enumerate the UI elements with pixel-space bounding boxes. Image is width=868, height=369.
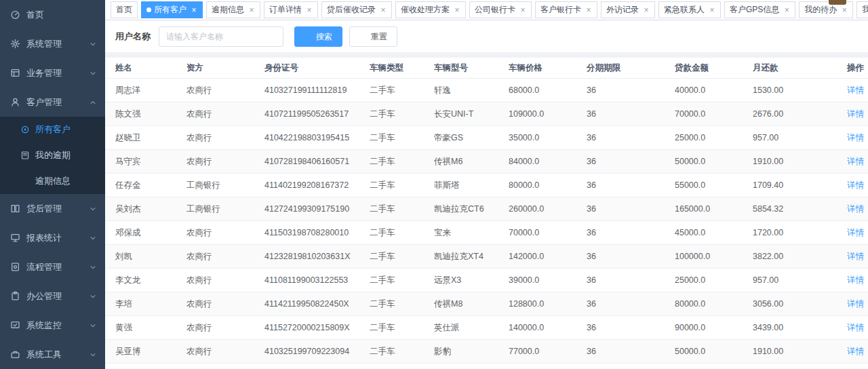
- search-button[interactable]: 搜索: [294, 26, 342, 47]
- tab-外访记录[interactable]: 外访记录×: [601, 1, 655, 18]
- table-row: 李培农商行41142119950822450X二手车传祺M8128800.036…: [105, 292, 868, 316]
- tab-label: 订单详情: [269, 4, 302, 16]
- tab-label: 首页: [116, 4, 132, 16]
- cell-action: 详情: [834, 245, 868, 269]
- detail-link[interactable]: 详情: [847, 204, 864, 214]
- cell-name: 吴刘杰: [105, 197, 186, 221]
- sidebar-item-customer-management[interactable]: 客户管理: [0, 88, 105, 117]
- tab-客户银行卡[interactable]: 客户银行卡×: [535, 1, 597, 18]
- sidebar-item-my-overdue[interactable]: 我的逾期: [0, 142, 105, 168]
- detail-link[interactable]: 详情: [847, 109, 864, 119]
- cell-funder: 农商行: [186, 340, 264, 364]
- sidebar-item-report-statistics[interactable]: 报表统计: [0, 223, 105, 252]
- sidebar-item-post-loan-management[interactable]: 贷后管理: [0, 194, 105, 223]
- cell-monthly_payment: 957.00: [753, 126, 834, 150]
- close-icon[interactable]: ×: [191, 6, 197, 14]
- sidebar-item-system-monitoring[interactable]: 系统监控: [0, 311, 105, 340]
- search-button-label: 搜索: [316, 33, 332, 41]
- detail-link[interactable]: 详情: [847, 299, 864, 309]
- cell-vehicle_type: 二手车: [370, 126, 434, 150]
- detail-link[interactable]: 详情: [847, 252, 864, 261]
- cell-vehicle_price: 70000.0: [509, 221, 587, 245]
- cell-vehicle_model: 帝豪GS: [434, 126, 509, 150]
- close-icon[interactable]: ×: [248, 6, 255, 14]
- detail-link[interactable]: 详情: [847, 323, 864, 332]
- cell-term: 36: [587, 364, 675, 369]
- close-icon[interactable]: ×: [454, 6, 460, 14]
- cell-vehicle_model: 宝来: [434, 221, 509, 245]
- table-header-row: 姓名资方身份证号车辆类型车辆型号车辆价格分期期限贷款金额月还款操作: [105, 58, 868, 79]
- cell-funder: 农商行: [186, 102, 264, 126]
- tab-label: 所有客户: [154, 4, 186, 16]
- sidebar-item-business-management[interactable]: 业务管理: [0, 58, 105, 88]
- cell-id_number: 41232819810203631X: [264, 245, 370, 269]
- sidebar-item-label: 流程管理: [26, 261, 62, 273]
- cell-id_number: 411503198708280010: [264, 221, 370, 245]
- close-icon[interactable]: ×: [585, 6, 592, 14]
- close-icon[interactable]: ×: [519, 6, 526, 14]
- detail-link[interactable]: 详情: [847, 85, 864, 95]
- cell-vehicle_type: 二手车: [370, 150, 434, 174]
- cell-action: 详情: [834, 79, 868, 102]
- sidebar-item-system-tools[interactable]: 系统工具: [0, 340, 105, 369]
- cell-vehicle_price: 142000.0: [509, 245, 587, 269]
- tab-公司银行卡[interactable]: 公司银行卡×: [469, 1, 532, 18]
- tab-催收处理方案[interactable]: 催收处理方案×: [395, 1, 466, 18]
- customer-name-input[interactable]: [159, 26, 283, 47]
- close-icon[interactable]: ×: [783, 6, 790, 14]
- tab-订单详情[interactable]: 订单详情×: [264, 1, 318, 18]
- cell-vehicle_model: 轩逸: [434, 79, 509, 102]
- cell-name: 任存金: [105, 174, 186, 197]
- cell-vehicle_type: 二手车: [370, 269, 434, 292]
- book-icon: [20, 151, 30, 160]
- cell-vehicle_price: 68000.0: [509, 79, 587, 102]
- sidebar-item-all-customers[interactable]: 所有客户: [0, 117, 105, 142]
- detail-link[interactable]: 详情: [847, 228, 864, 237]
- cell-monthly_payment: 1720.00: [753, 221, 834, 245]
- cell-monthly_payment: 2676.00: [753, 102, 834, 126]
- close-icon[interactable]: ×: [380, 6, 387, 14]
- cell-vehicle_price: 109000.0: [509, 102, 587, 126]
- cell-funder: 农商行: [186, 245, 264, 269]
- detail-link[interactable]: 详情: [847, 133, 864, 142]
- reset-button[interactable]: 重置: [349, 26, 397, 47]
- detail-link[interactable]: 详情: [847, 157, 864, 166]
- cell-action: 详情: [834, 126, 868, 150]
- tab-label: 催收处理方案: [401, 4, 450, 16]
- cell-monthly_payment: 1910.00: [753, 150, 834, 174]
- tab-客户GPS信息[interactable]: 客户GPS信息×: [724, 1, 795, 18]
- cell-name: 吴亚博: [105, 340, 186, 364]
- tab-逾期信息[interactable]: 逾期信息×: [206, 1, 260, 18]
- detail-link[interactable]: 详情: [847, 275, 864, 285]
- close-icon[interactable]: ×: [841, 6, 848, 14]
- close-icon[interactable]: ×: [709, 6, 715, 14]
- tab-紧急联系人[interactable]: 紧急联系人×: [658, 1, 721, 18]
- sidebar-item-overdue-info[interactable]: 逾期信息: [0, 168, 105, 194]
- detail-link[interactable]: 详情: [847, 347, 864, 356]
- tab-我的流程[interactable]: 我的流程×: [856, 1, 868, 18]
- cell-name: 邓保成: [105, 221, 186, 245]
- cell-action: 详情: [834, 340, 868, 364]
- cell-term: 36: [587, 102, 675, 126]
- tab-首页[interactable]: 首页: [111, 1, 138, 18]
- cell-funder: 工商银行: [186, 197, 264, 221]
- cell-id_number: 410325199709223094: [264, 340, 370, 364]
- close-icon[interactable]: ×: [306, 6, 313, 14]
- cell-monthly_payment: 957.00: [753, 269, 834, 292]
- close-icon[interactable]: ×: [643, 6, 650, 14]
- table-body: 周志洋农商行410327199111112819二手车轩逸68000.03640…: [105, 79, 868, 369]
- detail-link[interactable]: 详情: [847, 180, 864, 190]
- tab-贷后催收记录[interactable]: 贷后催收记录×: [321, 1, 392, 18]
- cell-id_number: 410728198406160571: [264, 150, 370, 174]
- cell-loan_amount: 90000.0: [675, 316, 753, 340]
- cell-monthly_payment: 1530.00: [753, 79, 834, 102]
- sidebar-item-home[interactable]: 首页: [0, 0, 105, 29]
- sidebar-item-office-management[interactable]: 办公管理: [0, 281, 105, 311]
- table-row: 李文龙农商行411081199003122553二手车远景X339000.036…: [105, 269, 868, 292]
- sidebar: 首页系统管理业务管理客户管理所有客户我的逾期逾期信息贷后管理报表统计流程管理办公…: [0, 0, 105, 369]
- clipboard-icon: [10, 291, 20, 301]
- sidebar-item-process-management[interactable]: 流程管理: [0, 252, 105, 281]
- tab-所有客户[interactable]: 所有客户×: [141, 1, 203, 18]
- sidebar-item-system-management[interactable]: 系统管理: [0, 29, 105, 58]
- cell-term: 36: [587, 292, 675, 316]
